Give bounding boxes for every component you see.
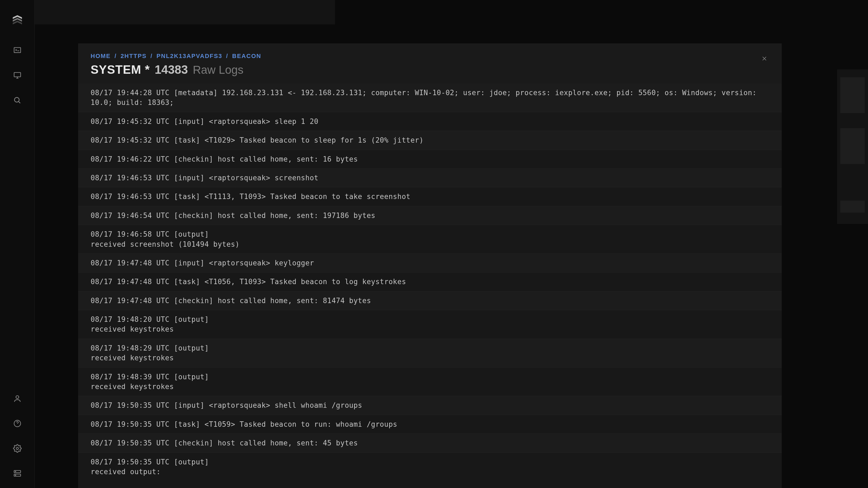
breadcrumb-home[interactable]: HOME: [91, 53, 111, 59]
log-row: 08/17 19:47:48 UTC [input] <raptorsqueak…: [78, 254, 782, 272]
breadcrumb-sep: /: [151, 53, 153, 59]
svg-point-5: [16, 447, 19, 450]
sidebar: [0, 0, 35, 488]
app-logo: [10, 13, 24, 27]
breadcrumb-listener[interactable]: 2HTTPS: [120, 53, 147, 59]
breadcrumb-sep: /: [226, 53, 228, 59]
modal-header: HOME / 2HTTPS / PNL2K13APVADFS3 / BEACON…: [78, 43, 782, 84]
raw-logs-modal: HOME / 2HTTPS / PNL2K13APVADFS3 / BEACON…: [78, 43, 782, 488]
log-row: 08/17 19:46:58 UTC [output] received scr…: [78, 225, 782, 254]
log-row: 08/17 19:46:53 UTC [task] <T1113, T1093>…: [78, 187, 782, 206]
log-row: 08/17 19:50:35 UTC [output] received out…: [78, 453, 782, 488]
nav-secondary: [12, 394, 22, 488]
nav-server-icon[interactable]: [12, 468, 22, 478]
log-row: 08/17 19:50:35 UTC [checkin] host called…: [78, 434, 782, 453]
modal-title-row: SYSTEM * 14383 Raw Logs: [91, 63, 769, 76]
log-row: 08/17 19:50:35 UTC [task] <T1059> Tasked…: [78, 415, 782, 434]
log-row: 08/17 19:47:48 UTC [checkin] host called…: [78, 291, 782, 310]
breadcrumb-host[interactable]: PNL2K13APVADFS3: [156, 53, 222, 59]
svg-point-8: [15, 471, 16, 472]
log-list[interactable]: 08/17 19:44:28 UTC [metadata] 192.168.23…: [78, 84, 782, 488]
log-row: 08/17 19:45:32 UTC [task] <T1029> Tasked…: [78, 131, 782, 150]
log-row: 08/17 19:46:22 UTC [checkin] host called…: [78, 150, 782, 169]
svg-rect-1: [14, 72, 21, 77]
log-row: 08/17 19:44:28 UTC [metadata] 192.168.23…: [78, 84, 782, 112]
breadcrumb-beacon[interactable]: BEACON: [232, 53, 261, 59]
nav-terminal-icon[interactable]: [12, 45, 22, 55]
log-row: 08/17 19:47:48 UTC [task] <T1056, T1093>…: [78, 272, 782, 291]
nav-help-icon[interactable]: [12, 419, 22, 428]
log-row: 08/17 19:48:39 UTC [output] received key…: [78, 368, 782, 396]
svg-rect-0: [14, 47, 21, 53]
title-id: 14383: [155, 63, 188, 76]
log-row: 08/17 19:48:29 UTC [output] received key…: [78, 339, 782, 368]
svg-point-9: [15, 475, 16, 476]
main-area: HOME / 2HTTPS / PNL2K13APVADFS3 / BEACON…: [35, 0, 868, 488]
svg-point-2: [14, 97, 19, 102]
log-row: 08/17 19:46:54 UTC [checkin] host called…: [78, 206, 782, 225]
app-root: HOME / 2HTTPS / PNL2K13APVADFS3 / BEACON…: [0, 0, 868, 488]
nav-monitor-icon[interactable]: [12, 70, 22, 80]
log-row: 08/17 19:45:32 UTC [input] <raptorsqueak…: [78, 112, 782, 131]
nav-user-icon[interactable]: [12, 394, 22, 403]
title-system: SYSTEM *: [91, 63, 150, 76]
nav-settings-icon[interactable]: [12, 444, 22, 453]
log-row: 08/17 19:48:20 UTC [output] received key…: [78, 310, 782, 339]
breadcrumb-sep: /: [115, 53, 117, 59]
breadcrumb: HOME / 2HTTPS / PNL2K13APVADFS3 / BEACON: [91, 53, 769, 60]
log-row: 08/17 19:50:35 UTC [input] <raptorsqueak…: [78, 396, 782, 415]
log-row: 08/17 19:46:53 UTC [input] <raptorsqueak…: [78, 169, 782, 187]
close-button[interactable]: [760, 54, 769, 63]
nav-search-icon[interactable]: [12, 95, 22, 105]
svg-point-3: [16, 395, 19, 398]
nav-primary: [12, 45, 22, 105]
title-subtitle: Raw Logs: [193, 63, 244, 76]
